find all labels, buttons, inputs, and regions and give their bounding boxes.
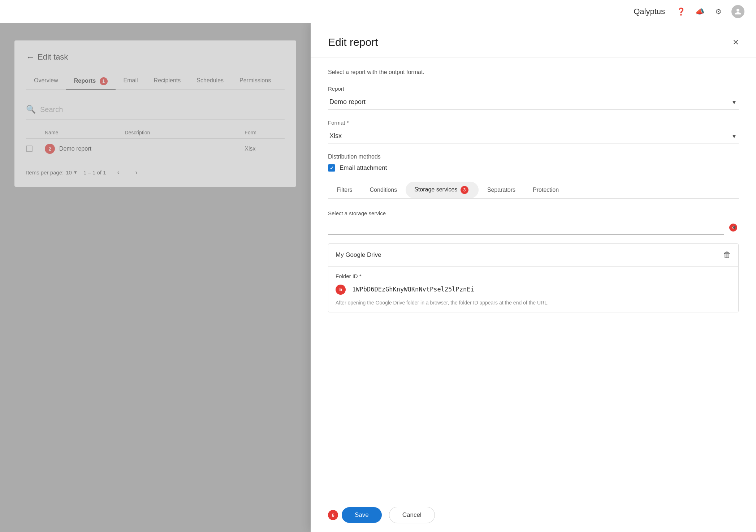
form-column: Form [245,130,285,135]
folder-id-hint: After opening the Google Drive folder in… [336,300,731,306]
delete-storage-item-button[interactable]: 🗑 [723,250,731,260]
notification-icon[interactable]: 📣 [694,6,705,17]
close-button[interactable]: × [733,36,739,48]
storage-item-header: My Google Drive 🗑 [328,244,738,267]
brand-name: Qalyptus [634,7,665,16]
format-label: Format * [328,120,739,126]
modal-body: Select a report with the output format. … [311,57,756,498]
checkbox-input[interactable] [26,146,33,152]
next-page-button[interactable]: › [130,166,142,178]
report-label: Report [328,86,739,92]
table-row[interactable]: 2 Demo report Xlsx [26,139,285,159]
name-column: Name [45,130,125,135]
email-attachment-checkbox[interactable] [328,164,335,172]
search-bar[interactable]: 🔍 Search [26,100,285,120]
tab-separators[interactable]: Separators [479,182,524,198]
settings-icon[interactable]: ⚙ [713,6,724,17]
page-range: 1 – 1 of 1 [83,169,106,176]
items-per-page-label: Items per page: [26,169,64,176]
modal-header: Edit report × [311,23,756,57]
tab-schedules[interactable]: Schedules [189,74,232,89]
items-per-page-dropdown-icon[interactable]: ▾ [74,169,77,176]
tab-email[interactable]: Email [116,74,146,89]
modal-subtitle: Select a report with the output format. [328,69,739,75]
format-field: Format * Xlsx [328,120,739,143]
storage-services-badge: 3 [461,186,468,194]
row-number-badge: 2 [45,144,55,154]
modal-footer: 6 Save Cancel [311,498,756,532]
tab-conditions[interactable]: Conditions [361,182,406,198]
left-panel-content: ← Edit task Overview Reports 1 Email Rec… [14,40,296,187]
tab-overview[interactable]: Overview [26,74,66,89]
items-per-page[interactable]: Items per page: 10 ▾ [26,169,77,176]
modal-title: Edit report [328,36,378,48]
items-per-page-value: 10 [66,169,72,176]
save-badge: 6 [328,510,338,520]
tab-protection[interactable]: Protection [524,182,567,198]
tab-recipients[interactable]: Recipients [146,74,189,89]
email-attachment-row[interactable]: Email attachment [328,164,739,172]
storage-service-select[interactable] [328,220,724,235]
folder-id-row: 5 [336,283,731,296]
modal-sub-tabs: Filters Conditions Storage services 3 Se… [328,182,739,199]
distribution-label: Distribution methods [328,153,739,160]
folder-id-section: Folder ID * 5 After opening the Google D… [328,267,738,312]
folder-id-label: Folder ID * [336,273,731,279]
reports-badge: 1 [100,77,108,85]
page-title: Edit task [38,52,68,62]
search-input[interactable]: Search [40,105,63,114]
left-panel-overlay: ← Edit task Overview Reports 1 Email Rec… [0,23,311,532]
row-format: Xlsx [245,146,285,152]
back-link[interactable]: ← Edit task [26,52,285,62]
tab-filters[interactable]: Filters [328,182,361,198]
storage-service-select-wrapper[interactable]: 4 [328,220,739,235]
prev-page-button[interactable]: ‹ [112,166,124,178]
row-name: 2 Demo report [45,144,125,154]
save-button[interactable]: Save [342,507,382,523]
back-arrow-icon: ← [26,52,35,62]
email-attachment-label: Email attachment [340,164,387,172]
table-header: Name Description Form [26,127,285,139]
format-select[interactable]: Xlsx [328,129,739,143]
format-select-wrapper[interactable]: Xlsx [328,129,739,143]
storage-item-title: My Google Drive [336,251,381,259]
storage-service-dropdown-badge: 4 [729,224,737,232]
storage-service-section: Select a storage service 4 [328,210,739,235]
search-icon: 🔍 [26,105,36,114]
row-checkbox[interactable] [26,146,45,152]
distribution-methods: Distribution methods Email attachment [328,153,739,172]
help-icon[interactable]: ❓ [675,6,687,17]
report-select[interactable]: Demo report [328,95,739,109]
navbar: Qalyptus ❓ 📣 ⚙ [0,0,756,23]
storage-service-label: Select a storage service [328,210,739,216]
desc-column: Description [125,130,245,135]
report-field: Report Demo report [328,86,739,109]
folder-id-badge: 5 [336,285,346,295]
tab-reports[interactable]: Reports 1 [66,74,116,89]
edit-report-panel: Edit report × Select a report with the o… [311,23,756,532]
cancel-button[interactable]: Cancel [389,507,435,523]
avatar[interactable] [731,5,744,18]
save-button-group: 6 Save [328,507,382,523]
tab-storage-services[interactable]: Storage services 3 [406,182,479,198]
main-tabs: Overview Reports 1 Email Recipients Sche… [26,74,285,90]
report-select-wrapper[interactable]: Demo report [328,95,739,109]
pagination: Items per page: 10 ▾ 1 – 1 of 1 ‹ › [26,166,285,178]
folder-id-input[interactable] [351,283,731,296]
tab-permissions[interactable]: Permissions [232,74,279,89]
check-column [26,130,45,135]
google-drive-item: My Google Drive 🗑 Folder ID * 5 After op… [328,243,739,312]
